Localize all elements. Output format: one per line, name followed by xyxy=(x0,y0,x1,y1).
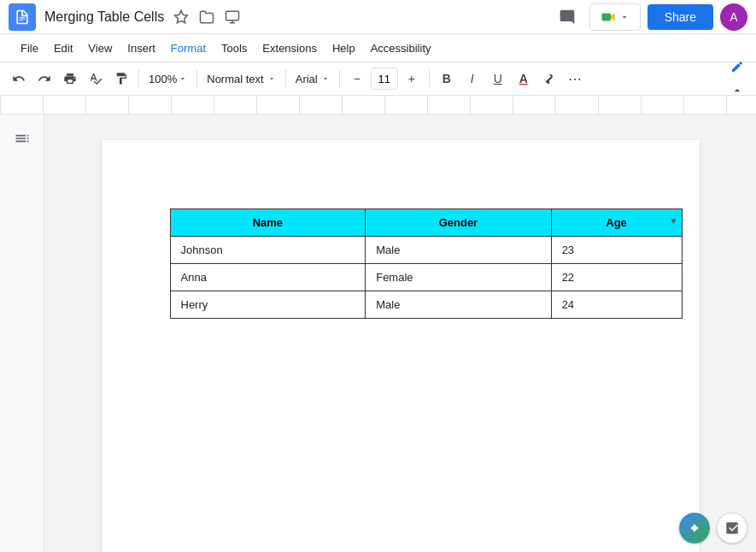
table-header: Name Gender Age▼ xyxy=(170,209,682,237)
data-table: Name Gender Age▼ Johnson Male 23 Anna Fe… xyxy=(170,208,683,319)
menu-item-file[interactable]: File xyxy=(14,38,45,58)
menu-item-format[interactable]: Format xyxy=(164,38,213,58)
menu-item-view[interactable]: View xyxy=(81,38,119,58)
pen-mode-button[interactable] xyxy=(725,55,749,79)
svg-rect-1 xyxy=(20,18,26,19)
header-age: Age▼ xyxy=(551,209,682,237)
meet-button[interactable] xyxy=(589,3,641,31)
spellcheck-button[interactable] xyxy=(84,67,108,91)
print-button[interactable] xyxy=(58,67,82,91)
font-decrease-button[interactable]: − xyxy=(345,67,369,91)
ruler-marks xyxy=(0,96,756,114)
italic-button[interactable]: I xyxy=(460,67,484,91)
header-gender: Gender xyxy=(366,209,551,237)
row3-name: Herry xyxy=(170,291,366,319)
outline-icon[interactable] xyxy=(7,123,38,154)
highlight-button[interactable] xyxy=(537,67,561,91)
menu-item-extensions[interactable]: Extensions xyxy=(255,38,324,58)
move-to-folder-icon[interactable] xyxy=(196,7,217,27)
avatar[interactable]: A xyxy=(720,3,747,31)
svg-marker-6 xyxy=(611,13,615,21)
header-row: Name Gender Age▼ xyxy=(170,209,682,237)
svg-rect-2 xyxy=(20,20,23,21)
main-area: Name Gender Age▼ Johnson Male 23 Anna Fe… xyxy=(0,115,756,552)
redo-button[interactable] xyxy=(32,67,56,91)
menu-item-insert[interactable]: Insert xyxy=(120,38,162,58)
bottom-bar xyxy=(679,513,747,543)
row3-gender: Male xyxy=(366,291,551,319)
menu-bar: File Edit View Insert Format Tools Exten… xyxy=(0,34,756,62)
svg-rect-0 xyxy=(20,17,26,18)
zoom-value: 100% xyxy=(149,73,177,85)
row1-gender: Male xyxy=(366,237,551,264)
underline-button[interactable]: U xyxy=(486,67,510,91)
font-size-input[interactable] xyxy=(371,68,398,90)
font-size-control: − + xyxy=(345,67,424,91)
row2-name: Anna xyxy=(170,264,366,291)
sidebar xyxy=(0,115,44,552)
row1-name: Johnson xyxy=(170,237,366,264)
separator-5 xyxy=(429,70,430,87)
table-row: Johnson Male 23 xyxy=(170,237,682,264)
share-button[interactable]: Share xyxy=(648,4,713,30)
app-icon[interactable] xyxy=(9,3,36,31)
menu-item-edit[interactable]: Edit xyxy=(47,38,79,58)
separator-2 xyxy=(196,70,197,87)
gemini-button[interactable] xyxy=(679,513,710,543)
menu-item-accessibility[interactable]: Accessibility xyxy=(364,38,438,58)
paragraph-style-value: Normal text xyxy=(207,73,263,85)
ruler xyxy=(0,96,756,115)
svg-marker-3 xyxy=(175,10,188,22)
font-select[interactable]: Arial xyxy=(291,67,334,91)
bold-button[interactable]: B xyxy=(435,67,459,91)
font-increase-button[interactable]: + xyxy=(400,67,424,91)
paint-format-button[interactable] xyxy=(109,67,133,91)
header-name: Name xyxy=(170,209,366,237)
title-icons xyxy=(171,7,243,27)
separator-3 xyxy=(285,70,286,87)
document-title: Merging Table Cells xyxy=(44,9,164,25)
row2-age: 22 xyxy=(551,264,682,291)
undo-button[interactable] xyxy=(7,67,31,91)
zoom-select[interactable]: 100% xyxy=(144,67,191,91)
row3-age: 24 xyxy=(551,291,682,319)
row2-gender: Female xyxy=(366,264,551,291)
document-area[interactable]: Name Gender Age▼ Johnson Male 23 Anna Fe… xyxy=(44,115,756,552)
menu-item-tools[interactable]: Tools xyxy=(214,38,254,58)
text-color-button[interactable]: A xyxy=(512,67,536,91)
comments-button[interactable] xyxy=(552,2,583,32)
row1-age: 23 xyxy=(551,237,682,264)
svg-rect-5 xyxy=(601,13,611,21)
separator-1 xyxy=(138,70,139,87)
toolbar: 100% Normal text Arial − + B I U A ⋯ xyxy=(0,62,756,96)
paragraph-style-select[interactable]: Normal text xyxy=(202,67,279,91)
table-row: Herry Male 24 xyxy=(170,291,682,319)
separator-4 xyxy=(339,70,340,87)
table-row: Anna Female 22 xyxy=(170,264,682,291)
present-icon[interactable] xyxy=(222,7,243,27)
title-right: Share A xyxy=(552,2,747,32)
title-bar: Merging Table Cells Share A xyxy=(0,0,756,34)
document-page: Name Gender Age▼ Johnson Male 23 Anna Fe… xyxy=(102,140,700,552)
menu-item-help[interactable]: Help xyxy=(325,38,362,58)
svg-rect-4 xyxy=(226,11,239,21)
more-formatting-button[interactable]: ⋯ xyxy=(563,67,587,91)
font-value: Arial xyxy=(296,73,318,85)
star-icon[interactable] xyxy=(171,7,191,27)
table-body: Johnson Male 23 Anna Female 22 Herry Mal… xyxy=(170,237,682,319)
help-button[interactable] xyxy=(717,513,747,543)
